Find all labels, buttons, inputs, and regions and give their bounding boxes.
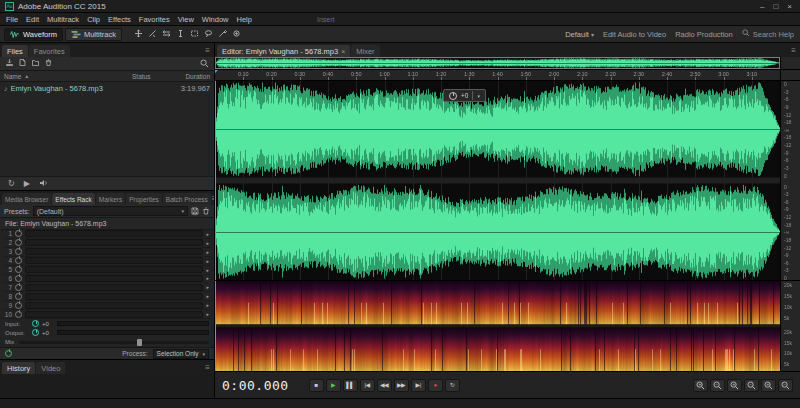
effect-slot-2[interactable]: 2▸ (3, 239, 211, 248)
power-icon[interactable] (15, 284, 22, 291)
slot-arrow-icon[interactable]: ▸ (206, 293, 211, 299)
menu-multitrack[interactable]: Multitrack (46, 15, 80, 24)
column-header-duration[interactable]: Duration (166, 73, 210, 80)
zoom-out-button[interactable]: − (710, 379, 725, 392)
menu-clip[interactable]: Clip (86, 15, 101, 24)
paintbrush-tool-button[interactable] (216, 28, 229, 41)
effect-slot-well[interactable] (25, 311, 203, 318)
pause-button[interactable]: ▌▌ (343, 379, 358, 392)
effect-slot-well[interactable] (25, 239, 203, 246)
help-search[interactable]: Search Help (742, 29, 794, 39)
wave-canvas[interactable] (215, 81, 780, 280)
tab-history[interactable]: History (2, 362, 35, 374)
lasso-selection-tool-button[interactable] (202, 28, 215, 41)
slot-arrow-icon[interactable]: ▸ (206, 240, 211, 246)
search-files-icon[interactable] (199, 58, 210, 69)
zoom-out-horizontal-button[interactable]: − (744, 379, 759, 392)
tab-files[interactable]: Files (2, 45, 28, 57)
menu-effects[interactable]: Effects (107, 15, 132, 24)
tab-batch-process[interactable]: Batch Process (163, 193, 211, 205)
effect-slot-5[interactable]: 5▸ (3, 266, 211, 275)
slot-arrow-icon[interactable]: ▸ (206, 258, 211, 264)
power-icon[interactable] (15, 275, 22, 282)
import-file-button[interactable] (4, 58, 15, 69)
power-icon[interactable] (15, 293, 22, 300)
effect-slot-10[interactable]: 10▸ (3, 310, 211, 319)
overview-strip[interactable] (215, 57, 800, 70)
rack-power-icon[interactable] (5, 350, 12, 357)
panel-menu-icon[interactable]: ≡ (205, 46, 212, 57)
chevron-down-icon[interactable]: ▾ (477, 93, 480, 99)
time-selection-tool-button[interactable] (174, 28, 187, 41)
power-icon[interactable] (15, 257, 22, 264)
effect-slot-8[interactable]: 8▸ (3, 292, 211, 301)
gain-knob[interactable] (32, 329, 39, 336)
file-row[interactable]: ♪Emlyn Vaughan - 5678.mp33:19.967 (0, 82, 214, 94)
zoom-out-vertical-button[interactable]: − (778, 379, 793, 392)
panel-menu-icon[interactable]: ≡ (791, 46, 798, 57)
effect-slot-7[interactable]: 7▸ (3, 283, 211, 292)
volume-knob-icon[interactable] (449, 92, 457, 100)
save-preset-icon[interactable] (191, 207, 199, 215)
effect-slot-6[interactable]: 6▸ (3, 275, 211, 284)
marquee-selection-tool-button[interactable] (188, 28, 201, 41)
slip-tool-button[interactable] (160, 28, 173, 41)
menu-favorites[interactable]: Favorites (138, 15, 171, 24)
tab-media-browser[interactable]: Media Browser (2, 193, 51, 205)
ruler-track[interactable]: 0:100:200:300:400:501:001:101:201:301:40… (215, 70, 780, 80)
waveform-display[interactable]: 0-3-6-9-12-18-∞-18-12-9-6-300-3-6-9-12-1… (215, 81, 800, 281)
waveform-view-button[interactable]: Waveform (4, 28, 63, 41)
play-file-icon[interactable]: ▶ (24, 180, 30, 188)
tab-editor[interactable]: Editor: Emlyn Vaughan - 5678.mp3 × (217, 45, 350, 57)
multitrack-view-button[interactable]: Multitrack (65, 28, 122, 41)
effect-slot-well[interactable] (25, 248, 203, 255)
razor-tool-button[interactable] (146, 28, 159, 41)
workspace-selector[interactable]: Default ▾ (565, 30, 594, 39)
slot-arrow-icon[interactable]: ▸ (206, 267, 211, 273)
tab-properties[interactable]: Properties (126, 193, 162, 205)
timeline-ruler[interactable]: 0:100:200:300:400:501:001:101:201:301:40… (215, 70, 800, 81)
power-icon[interactable] (15, 302, 22, 309)
time-display[interactable]: 0:00.000 (222, 378, 289, 393)
spectral-display[interactable]: 20k15k10k5k20k15k10k5k (215, 281, 800, 372)
effect-slot-well[interactable] (25, 293, 203, 300)
record-button[interactable]: ● (428, 379, 443, 392)
playhead-marker[interactable] (215, 70, 218, 76)
mix-slider-thumb[interactable] (137, 339, 142, 346)
maximize-button[interactable]: □ (773, 2, 778, 11)
close-button[interactable]: × (787, 2, 792, 11)
spot-healing-brush-tool-button[interactable] (230, 28, 243, 41)
panel-menu-icon[interactable]: ≡ (205, 363, 212, 374)
effect-slot-well[interactable] (25, 302, 203, 309)
zoom-in-button[interactable]: + (693, 379, 708, 392)
slot-arrow-icon[interactable]: ▸ (206, 275, 211, 281)
slot-arrow-icon[interactable]: ▸ (206, 249, 211, 255)
power-icon[interactable] (15, 311, 22, 318)
menu-view[interactable]: View (177, 15, 195, 24)
power-icon[interactable] (15, 230, 22, 237)
column-header-name[interactable]: Name ▲ (4, 73, 132, 80)
menu-help[interactable]: Help (236, 15, 253, 24)
process-dropdown[interactable]: Selection Only ▾ (153, 349, 209, 359)
playhead-line[interactable] (215, 81, 216, 280)
tab-mixer[interactable]: Mixer (351, 45, 379, 57)
loop-playback-icon[interactable]: ↻ (8, 180, 15, 188)
close-icon[interactable]: × (341, 48, 345, 55)
slot-arrow-icon[interactable]: ▸ (206, 302, 211, 308)
effect-slot-well[interactable] (25, 275, 203, 282)
presets-dropdown[interactable]: (Default) ▾ (33, 206, 188, 216)
power-icon[interactable] (15, 248, 22, 255)
menu-window[interactable]: Window (201, 15, 230, 24)
hud-overlay[interactable]: +0 ▾ (443, 89, 486, 102)
effect-slot-well[interactable] (25, 230, 203, 237)
tab-favorites[interactable]: Favorites (29, 45, 70, 57)
column-header-status[interactable]: Status (132, 73, 166, 80)
minimize-button[interactable]: – (760, 2, 764, 11)
slot-arrow-icon[interactable]: ▸ (206, 284, 211, 290)
tab-video[interactable]: Video (36, 362, 65, 374)
playhead-line[interactable] (215, 281, 216, 371)
menu-edit[interactable]: Edit (25, 15, 40, 24)
effect-slot-1[interactable]: 1▸ (3, 230, 211, 239)
delete-preset-icon[interactable] (202, 207, 210, 215)
open-folder-button[interactable] (30, 58, 41, 69)
